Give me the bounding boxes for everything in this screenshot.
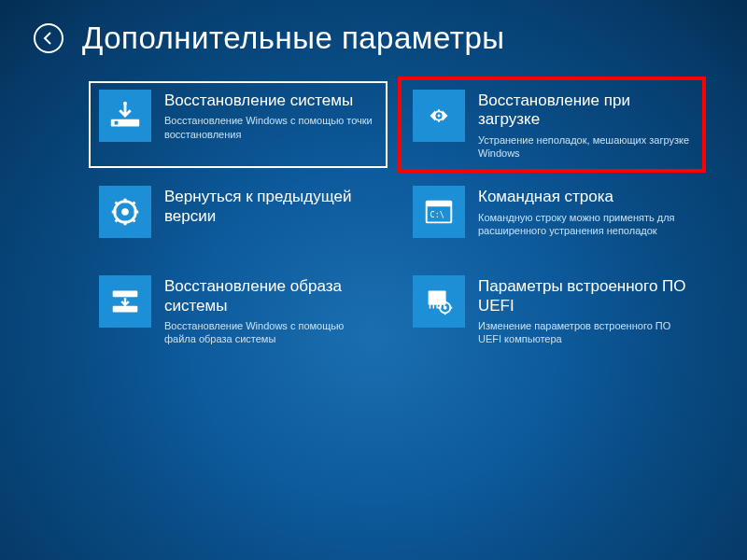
tile-title: Вернуться к предыдущей версии xyxy=(164,188,377,226)
tile-desc: Устранение неполадок, мешающих загрузке … xyxy=(478,133,691,161)
svg-line-8 xyxy=(434,118,435,119)
options-grid: Восстановление системы Восстановление Wi… xyxy=(0,82,747,354)
tile-text: Параметры встроенного ПО UEFI Изменение … xyxy=(478,275,691,345)
tile-desc: Восстановление Windows с помощью точки в… xyxy=(164,114,377,141)
tile-command-prompt[interactable]: C:\ Командная строка Командную строку мо… xyxy=(403,178,700,257)
back-button[interactable] xyxy=(34,23,63,53)
tile-desc: Командную строку можно применять для рас… xyxy=(478,211,691,238)
svg-line-9 xyxy=(442,118,443,119)
tile-title: Восстановление при загрузке xyxy=(478,91,691,130)
svg-rect-24 xyxy=(113,291,138,298)
svg-line-20 xyxy=(116,219,119,222)
svg-rect-1 xyxy=(115,121,119,125)
header: Дополнительные параметры xyxy=(0,0,747,82)
tile-system-restore[interactable]: Восстановление системы Восстановление Wi… xyxy=(90,82,387,167)
tile-text: Восстановление системы Восстановление Wi… xyxy=(164,90,377,141)
tile-text: Командная строка Командную строку можно … xyxy=(478,186,691,237)
tile-title: Восстановление образа системы xyxy=(164,277,377,315)
tile-text: Восстановление при загрузке Устранение н… xyxy=(478,90,691,160)
tile-title: Восстановление системы xyxy=(164,91,377,110)
tile-desc: Изменение параметров встроенного ПО UEFI… xyxy=(478,319,691,346)
svg-line-7 xyxy=(442,113,443,114)
image-recovery-icon xyxy=(99,275,151,328)
startup-repair-icon xyxy=(413,90,465,142)
svg-line-19 xyxy=(133,203,135,205)
go-back-icon xyxy=(99,186,151,238)
svg-point-33 xyxy=(444,306,447,310)
arrow-left-icon xyxy=(41,31,56,46)
svg-line-18 xyxy=(133,219,135,222)
svg-point-2 xyxy=(123,102,127,105)
tile-text: Восстановление образа системы Восстановл… xyxy=(164,275,377,345)
svg-rect-25 xyxy=(113,306,138,313)
svg-point-12 xyxy=(121,209,129,217)
tile-text: Вернуться к предыдущей версии xyxy=(164,186,377,230)
tile-title: Командная строка xyxy=(478,188,691,206)
tile-uefi[interactable]: Параметры встроенного ПО UEFI Изменение … xyxy=(403,268,700,353)
tile-desc: Восстановление Windows с помощью файла о… xyxy=(164,319,377,346)
tile-title: Параметры встроенного ПО UEFI xyxy=(478,277,691,315)
svg-line-10 xyxy=(434,113,435,114)
page-title: Дополнительные параметры xyxy=(82,21,504,56)
tile-image-recovery[interactable]: Восстановление образа системы Восстановл… xyxy=(90,268,387,353)
svg-point-4 xyxy=(438,115,441,118)
svg-line-17 xyxy=(116,203,119,205)
system-restore-icon xyxy=(99,90,151,142)
tile-go-back[interactable]: Вернуться к предыдущей версии xyxy=(90,178,387,257)
tile-startup-repair[interactable]: Восстановление при загрузке Устранение н… xyxy=(403,82,700,167)
command-prompt-icon: C:\ xyxy=(413,186,465,238)
svg-rect-22 xyxy=(427,202,452,207)
svg-text:C:\: C:\ xyxy=(430,210,444,219)
uefi-icon xyxy=(413,275,465,328)
